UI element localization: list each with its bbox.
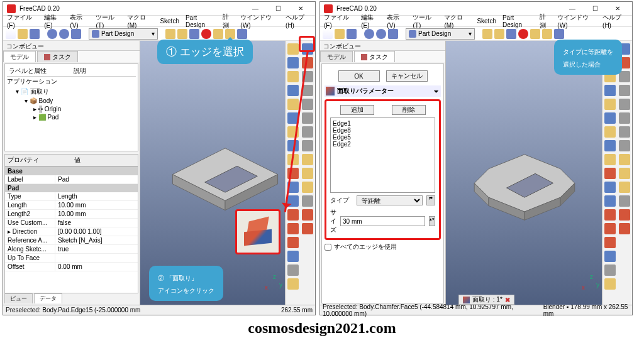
hole-icon[interactable] xyxy=(604,140,616,151)
tab-task[interactable]: タスク xyxy=(354,51,395,62)
view-rear-icon[interactable] xyxy=(619,99,630,110)
groove-icon[interactable] xyxy=(287,85,299,96)
tab-model[interactable]: モデル xyxy=(3,51,36,62)
open-file-icon[interactable] xyxy=(18,29,28,39)
chamfer-icon[interactable] xyxy=(604,168,616,179)
toggle-icon[interactable] xyxy=(619,195,630,207)
measure-dist-icon[interactable] xyxy=(619,154,630,165)
sweep-icon[interactable] xyxy=(604,112,616,124)
shape-binder-icon[interactable] xyxy=(604,278,616,290)
view-rear-icon[interactable] xyxy=(302,99,313,110)
measure-dist-icon[interactable] xyxy=(302,154,313,165)
loft-icon[interactable] xyxy=(604,99,616,110)
tab-task[interactable]: タスク xyxy=(37,51,78,62)
list-item[interactable]: Edge5 xyxy=(333,134,433,141)
record-icon[interactable] xyxy=(201,29,211,39)
view-right-icon[interactable] xyxy=(619,85,630,96)
close-button[interactable]: ✕ xyxy=(290,3,311,14)
misc-icon[interactable] xyxy=(619,209,630,221)
redo-icon[interactable] xyxy=(376,29,386,39)
thickness-icon[interactable] xyxy=(604,195,616,207)
misc2-icon[interactable] xyxy=(302,223,313,234)
view-left-icon[interactable] xyxy=(619,126,630,138)
tree-origin[interactable]: ▸ ╬ Origin xyxy=(7,105,136,113)
helix-icon[interactable] xyxy=(604,126,616,138)
document-tab[interactable]: 面取り : 1* ✖ xyxy=(458,295,514,305)
maximize-button[interactable]: ☐ xyxy=(584,3,606,14)
refresh-icon[interactable] xyxy=(71,29,81,39)
mirror-icon[interactable] xyxy=(604,209,616,221)
3d-viewport[interactable]: zyx xyxy=(446,41,602,305)
measure-angle-icon[interactable] xyxy=(619,168,630,179)
view-bottom-icon[interactable] xyxy=(302,112,313,124)
type-select[interactable]: 等距離 xyxy=(357,195,423,205)
size-input[interactable] xyxy=(340,216,425,226)
zoom-icon[interactable] xyxy=(506,29,516,39)
zoom-icon[interactable] xyxy=(189,29,199,39)
help-icon[interactable] xyxy=(237,29,247,39)
collapse-icon[interactable]: ⏷ xyxy=(433,88,440,95)
boolean-icon[interactable] xyxy=(604,251,616,262)
remove-button[interactable]: 削除 xyxy=(392,105,426,115)
maximize-button[interactable]: ☐ xyxy=(267,3,289,14)
linear-pattern-icon[interactable] xyxy=(287,223,299,234)
shape-binder-icon[interactable] xyxy=(287,278,299,290)
workbench-selector[interactable]: Part Design xyxy=(406,28,475,40)
redo-icon[interactable] xyxy=(59,29,69,39)
tab-view[interactable]: ビュー xyxy=(4,293,33,303)
help-icon[interactable] xyxy=(554,29,564,39)
tree-body[interactable]: ▾ 📦 Body xyxy=(7,97,136,105)
draft-icon[interactable] xyxy=(604,182,616,193)
undo-icon[interactable] xyxy=(47,29,57,39)
fillet-icon[interactable] xyxy=(604,154,616,165)
menu-partdesign[interactable]: Part Design xyxy=(186,14,216,28)
tab-data[interactable]: データ xyxy=(34,293,62,303)
add-button[interactable]: 追加 xyxy=(340,105,374,115)
misc-icon[interactable] xyxy=(302,209,313,221)
measure-clear-icon[interactable] xyxy=(302,182,313,193)
view-iso-icon[interactable] xyxy=(619,140,630,151)
shape-icon[interactable] xyxy=(530,29,540,39)
polar-pattern-icon[interactable] xyxy=(604,237,616,248)
datum-icon[interactable] xyxy=(604,264,616,276)
misc2-icon[interactable] xyxy=(619,223,630,234)
minimize-button[interactable]: — xyxy=(562,3,583,14)
new-file-icon[interactable] xyxy=(323,29,333,39)
undo-icon[interactable] xyxy=(364,29,374,39)
boolean-icon[interactable] xyxy=(287,251,299,262)
shape-icon[interactable] xyxy=(213,29,223,39)
swap-icon[interactable]: ⇄ xyxy=(426,195,435,205)
toggle-icon[interactable] xyxy=(302,195,313,207)
save-file-icon[interactable] xyxy=(347,29,357,39)
torus-icon[interactable] xyxy=(494,29,504,39)
menu-sketch[interactable]: Sketch xyxy=(160,18,179,25)
tree-pad[interactable]: ▸ 🟩 Pad xyxy=(7,113,136,121)
polar-pattern-icon[interactable] xyxy=(287,237,299,248)
tree-application[interactable]: アプリケーション xyxy=(7,77,136,87)
tree-doc[interactable]: ▾ 📄 面取り xyxy=(7,87,136,97)
use-all-edges-checkbox[interactable]: すべてのエッジを使用 xyxy=(325,243,441,251)
close-tab-icon[interactable]: ✖ xyxy=(505,297,510,303)
cancel-button[interactable]: キャンセル xyxy=(386,70,428,82)
list-item[interactable]: Edge1 xyxy=(333,120,433,127)
workbench-selector[interactable]: Part Design xyxy=(89,28,158,40)
menu-partdesign[interactable]: Part Design xyxy=(502,14,533,28)
groove-icon[interactable] xyxy=(604,85,616,96)
view-bottom-icon[interactable] xyxy=(619,112,630,124)
edge-list[interactable]: Edge1 Edge8 Edge5 Edge2 xyxy=(330,117,435,193)
torus-icon[interactable] xyxy=(177,29,187,39)
view-left-icon[interactable] xyxy=(302,126,313,138)
list-item[interactable]: Edge2 xyxy=(333,141,433,148)
view-top-icon[interactable] xyxy=(619,71,630,82)
3d-viewport[interactable]: zyx xyxy=(140,41,285,305)
shape2-icon[interactable] xyxy=(542,29,552,39)
menu-sketch[interactable]: Sketch xyxy=(477,18,496,25)
box-icon[interactable] xyxy=(482,29,492,39)
loft-icon[interactable] xyxy=(287,99,299,110)
box-icon[interactable] xyxy=(165,29,175,39)
view-iso-icon[interactable] xyxy=(302,140,313,151)
measure-clear-icon[interactable] xyxy=(619,182,630,193)
datum-icon[interactable] xyxy=(287,264,299,276)
record-icon[interactable] xyxy=(518,29,528,39)
model-tree[interactable]: ラベルと属性説明 アプリケーション ▾ 📄 面取り ▾ 📦 Body ▸ ╬ O… xyxy=(4,63,138,151)
